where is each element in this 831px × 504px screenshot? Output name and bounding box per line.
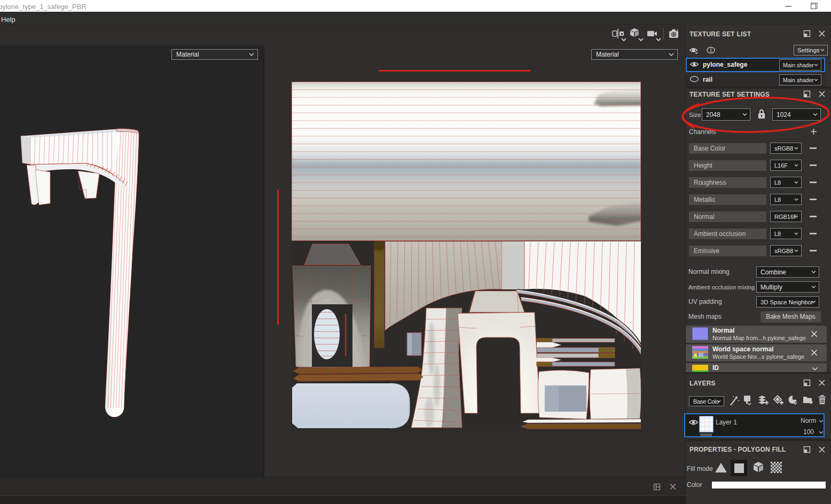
svg-text:1: 1 — [710, 48, 712, 53]
